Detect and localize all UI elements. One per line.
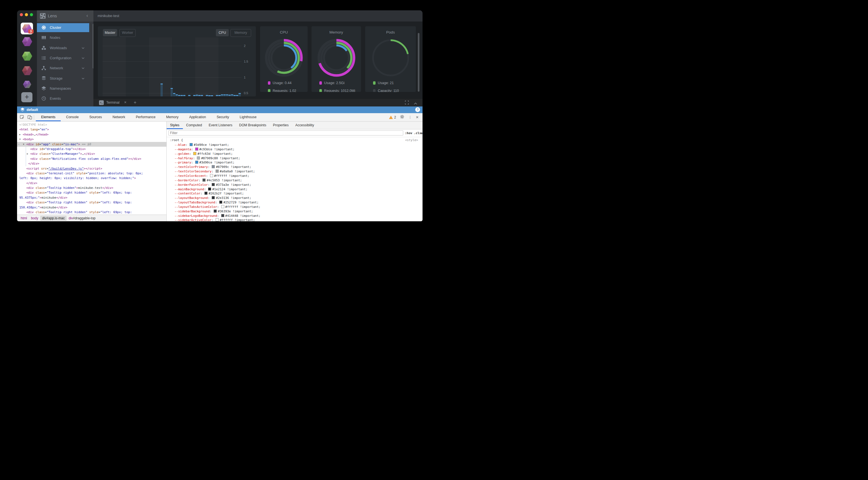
sidebar-item-network[interactable]: Network <box>37 64 89 73</box>
cluster-icon-3[interactable] <box>22 52 32 61</box>
element-node[interactable]: <div class="Tooltip hidden">minikube-tes… <box>17 185 166 190</box>
expand-arrow-icon[interactable]: ▶ <box>19 132 21 137</box>
breadcrumb-item[interactable]: div#draggable-top <box>67 216 97 221</box>
css-property-value[interactable]: #87909c <box>216 165 229 169</box>
css-selector[interactable]: :root { <box>170 138 183 142</box>
css-property-name[interactable]: --borderColor <box>175 178 198 182</box>
node-tab-master[interactable]: Master <box>103 29 117 36</box>
css-variable-row[interactable]: --sidebarLogoBackground: #414448 !import… <box>175 214 260 218</box>
kebab-menu-icon[interactable]: ⋮ <box>408 115 412 119</box>
css-variable-row[interactable]: --mainBackground: #1e2124 !important; <box>175 187 247 192</box>
element-node[interactable]: <div class="Tooltip right hidden" style=… <box>17 200 166 205</box>
css-property-value[interactable]: #1e2124 <box>212 187 225 191</box>
color-swatch[interactable] <box>221 205 224 208</box>
color-swatch[interactable] <box>214 210 217 213</box>
element-node[interactable]: <!DOCTYPE html> <box>17 123 166 127</box>
css-property-value[interactable]: #414448 <box>225 214 238 218</box>
css-property-value[interactable]: #ffffff <box>225 205 238 209</box>
tab-security[interactable]: Security <box>211 113 234 121</box>
styles-subtab-event-listeners[interactable]: Event Listeners <box>205 122 236 129</box>
css-property-value[interactable]: #373a3e <box>216 183 229 186</box>
breadcrumb-item[interactable]: html <box>19 216 29 221</box>
css-property-value[interactable]: #4c5053 <box>207 178 219 182</box>
color-swatch[interactable] <box>210 174 213 177</box>
main-scrollbar[interactable] <box>418 33 420 92</box>
css-variable-row[interactable]: --blue: #3d90ce !important; <box>175 143 229 147</box>
css-variable-row[interactable]: --layoutTabsBackground: #252729 !importa… <box>175 200 259 205</box>
css-property-name[interactable]: --blue <box>175 143 186 147</box>
sidebar-item-namespaces[interactable]: Namespaces <box>37 84 89 93</box>
color-swatch[interactable] <box>205 192 208 195</box>
tab-memory[interactable]: Memory <box>161 113 184 121</box>
css-property-name[interactable]: --layoutBackground <box>175 196 208 200</box>
expand-arrow-icon[interactable]: ▶ <box>27 151 28 156</box>
tab-lighthouse[interactable]: Lighthouse <box>234 113 262 121</box>
css-property-name[interactable]: --magenta <box>175 147 191 151</box>
element-node[interactable]: </div> <box>17 181 166 185</box>
css-property-name[interactable]: --layoutTabsBackground <box>175 201 215 204</box>
sidebar-collapse-icon[interactable]: ‹ <box>86 10 88 22</box>
terminal-close-icon[interactable]: × <box>124 99 126 106</box>
element-node[interactable]: <div class="terminal-init" style="positi… <box>17 171 166 176</box>
tab-elements[interactable]: Elements <box>36 113 61 121</box>
zoom-window-button[interactable] <box>30 13 33 16</box>
css-property-name[interactable]: --textColorAccent <box>175 174 206 178</box>
color-swatch[interactable] <box>221 214 224 217</box>
element-node[interactable]: <div id="draggable-top"></div> <box>17 147 166 151</box>
tab-network[interactable]: Network <box>107 113 131 121</box>
element-node[interactable]: 150.438px;">minikube</div> <box>17 205 166 210</box>
close-window-button[interactable] <box>20 13 23 16</box>
color-swatch[interactable] <box>208 187 211 191</box>
css-property-name[interactable]: --layoutTabsActiveColor <box>175 205 217 209</box>
css-property-value[interactable]: #252729 <box>223 201 236 204</box>
new-style-rule-button[interactable]: + <box>421 129 423 137</box>
color-swatch[interactable] <box>216 218 219 221</box>
css-property-value[interactable]: #87909c80 <box>201 157 218 160</box>
element-node[interactable]: ▶<head>…</head> <box>17 132 166 137</box>
css-variable-row[interactable]: --magenta: #c93dce !important; <box>175 147 235 152</box>
breadcrumb-item[interactable]: div#app.is-mac <box>40 216 67 221</box>
css-property-name[interactable]: --sidebarLogoBackground <box>175 214 217 218</box>
color-swatch[interactable] <box>212 165 215 168</box>
node-tab-worker[interactable]: Worker <box>119 29 135 37</box>
css-variable-row[interactable]: --layoutBackground: #2e3136 !important; <box>175 196 251 200</box>
expand-arrow-icon[interactable]: ▼ <box>19 137 21 142</box>
tab-application[interactable]: Application <box>184 113 211 121</box>
css-property-value[interactable]: #3d90ce <box>199 161 212 164</box>
minimize-window-button[interactable] <box>25 13 28 16</box>
css-property-name[interactable]: --textColorSecondary <box>175 170 211 173</box>
settings-gear-icon[interactable] <box>400 114 404 120</box>
metric-tab-cpu[interactable]: CPU <box>216 29 229 36</box>
styles-subtab-properties[interactable]: Properties <box>270 122 292 129</box>
sidebar-item-storage[interactable]: Storage <box>37 74 89 83</box>
styles-subtab-computed[interactable]: Computed <box>183 122 206 129</box>
styles-subtab-styles[interactable]: Styles <box>167 122 183 129</box>
css-variable-row[interactable]: --textColorAccent: #ffffff !important; <box>175 174 249 178</box>
styles-filter-input[interactable] <box>168 131 403 136</box>
css-property-name[interactable]: --halfGray <box>175 157 193 160</box>
styles-subtab-accessibility[interactable]: Accessibility <box>292 122 317 129</box>
css-variable-row[interactable]: --contentColor: #262b2f !important; <box>175 192 244 196</box>
css-variable-row[interactable]: --sidebarBackground: #36393e !important; <box>175 209 253 214</box>
css-property-name[interactable]: --golden <box>175 152 189 156</box>
css-variable-row[interactable]: --borderFaintColor: #373a3e !important; <box>175 183 251 187</box>
css-variable-row[interactable]: --borderColor: #4c5053 !important; <box>175 178 242 183</box>
color-swatch[interactable] <box>193 152 196 155</box>
tab-console[interactable]: Console <box>61 113 84 121</box>
css-variable-row[interactable]: --textColorPrimary: #87909c !important; <box>175 165 251 169</box>
dock-collapse-icon[interactable] <box>414 101 417 106</box>
color-swatch[interactable] <box>190 143 193 146</box>
add-cluster-button[interactable]: + <box>21 92 32 102</box>
warning-badge[interactable]: 2 <box>389 115 396 119</box>
styles-subtab-dom-breakpoints[interactable]: DOM Breakpoints <box>236 122 270 129</box>
sidebar-item-configuration[interactable]: Configuration <box>37 54 89 63</box>
toggle-hover-state[interactable]: :hov <box>405 129 412 137</box>
toggle-device-toolbar-icon[interactable] <box>27 115 32 120</box>
inspect-element-icon[interactable] <box>20 115 25 120</box>
css-property-name[interactable]: --textColorPrimary <box>175 165 208 169</box>
css-property-value[interactable]: #a0a0a0 <box>220 170 232 173</box>
help-button[interactable]: ? <box>415 107 420 112</box>
color-swatch[interactable] <box>212 183 215 186</box>
namespace-label[interactable]: default <box>27 106 38 113</box>
color-swatch[interactable] <box>219 201 222 204</box>
